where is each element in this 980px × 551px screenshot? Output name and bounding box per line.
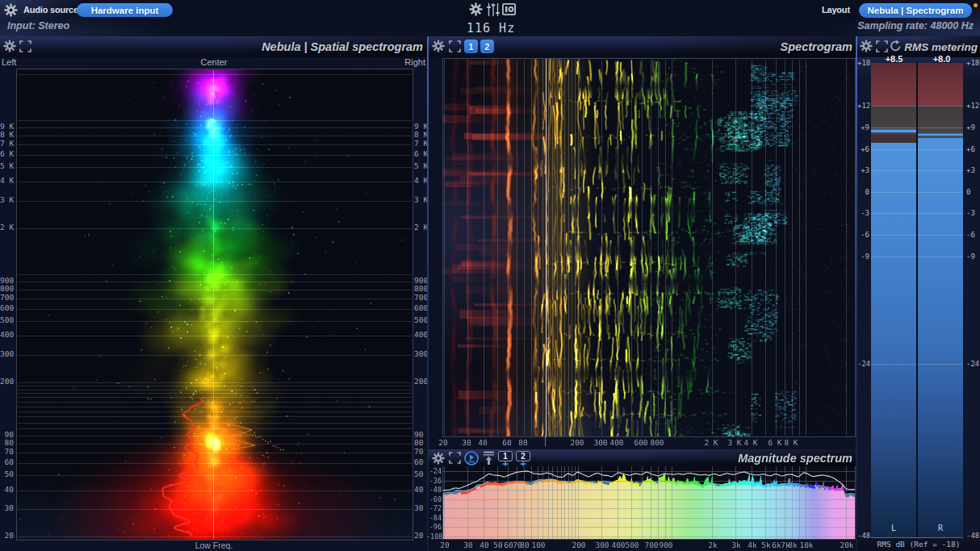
rms-scale-tick: +12 (966, 102, 980, 110)
spectrogram-settings-gear-icon[interactable] (432, 40, 445, 52)
spatial-freq-tick-left: 50 (0, 470, 14, 478)
spectrogram-freq-tick: 800 (644, 439, 670, 447)
rms-reset-icon[interactable] (890, 40, 902, 52)
notification-dot-icon (974, 3, 978, 7)
spatial-left-label: Left (2, 57, 16, 67)
layout-preset-button[interactable]: Nebula | Spectrogram (859, 3, 972, 18)
spectrogram-plot[interactable] (442, 58, 856, 437)
rms-scale-tick: +18 (966, 59, 980, 67)
spatial-settings-gear-icon[interactable] (3, 40, 16, 52)
spatial-freq-tick-left: 2 K (0, 223, 14, 232)
spatial-freq-tick-left: 4 K (0, 177, 14, 185)
spectrogram-slot-2-button[interactable]: 2 (480, 40, 494, 53)
rms-scale-tick: +9 (966, 123, 980, 131)
rms-gridline (918, 127, 963, 128)
spectrogram-freq-tick: 200 (564, 439, 590, 447)
audio-source-label: Audio source (23, 5, 78, 15)
spatial-freq-tick-right: 7 K (414, 140, 428, 148)
hardware-input-button[interactable]: Hardware input (77, 3, 173, 17)
spatial-freq-tick-right: 70 (414, 448, 428, 456)
input-status: Input: Stereo (7, 20, 69, 31)
rms-gridline (918, 213, 963, 214)
rms-gridline (871, 149, 916, 150)
rms-panel-title: RMS metering (904, 41, 978, 53)
spatial-freq-tick-left: 3 K (0, 196, 14, 204)
rms-gridline (871, 257, 916, 257)
rms-scale-tick: -24 (966, 360, 980, 368)
spatial-freq-tick-right: 4 K (414, 177, 428, 185)
spectrum-live-button[interactable]: live (464, 451, 479, 465)
magnitude-spectrum-plot[interactable] (442, 466, 856, 540)
spatial-freq-tick-left: 20 (0, 532, 14, 540)
rms-gridline (918, 170, 963, 171)
rms-settings-gear-icon[interactable] (860, 40, 873, 52)
mixer-sliders-icon[interactable] (487, 2, 500, 17)
spectrum-panel-title: Magnitude spectrum (738, 452, 852, 465)
spectrum-db-tick: -60 (426, 495, 442, 503)
spectrum-freq-tick: 200 (566, 541, 592, 549)
rms-scale-tick: +3 (857, 166, 869, 174)
spectrum-db-tick: -72 (426, 504, 442, 512)
rms-scale-tick: -6 (857, 231, 869, 239)
spectrum-settings-gear-icon[interactable] (432, 452, 445, 465)
spatial-freq-tick-left: 30 (0, 504, 14, 512)
spectrum-db-tick: -36 (426, 477, 442, 485)
spectrogram-fullscreen-icon[interactable] (449, 40, 461, 52)
spectrum-peak-hold-icon[interactable] (483, 451, 495, 465)
rms-scale-tick: -48 (966, 532, 980, 540)
spatial-freq-tick-left: 80 (0, 439, 14, 447)
spectrogram-freq-tick: 80 (510, 439, 536, 447)
input-output-icon[interactable] (502, 3, 516, 15)
spatial-freq-tick-right: 2 K (414, 223, 428, 232)
spatial-bottom-label: Low Freq. (186, 541, 242, 550)
spectrogram-freq-tick: 4 K (738, 439, 764, 447)
rms-marker-line (871, 130, 916, 132)
spatial-freq-tick-right: 300 (414, 350, 428, 358)
spectrum-fullscreen-icon[interactable] (449, 452, 461, 464)
spatial-freq-tick-right: 6 K (414, 150, 428, 158)
spectrum-freq-tick: 2k (700, 541, 726, 549)
spectrogram-panel: 1 2 Spectrogram 203040608020030040060080… (429, 36, 856, 449)
analyzer-gear-icon[interactable] (469, 2, 483, 16)
rms-red-zone (871, 63, 916, 106)
rms-scale-tick: -6 (966, 231, 980, 239)
rms-meter-divider (916, 63, 918, 537)
rms-scale-tick: +3 (966, 166, 980, 174)
spatial-spectrogram-plot[interactable] (16, 69, 413, 541)
rms-meter-r: R (918, 63, 963, 537)
spatial-freq-tick-right: 700 (414, 294, 428, 302)
spatial-freq-tick-left: 700 (0, 294, 14, 302)
rms-meter-baseline (871, 537, 963, 538)
spatial-fullscreen-icon[interactable] (19, 40, 31, 52)
rms-gridline (871, 127, 916, 128)
top-bar: Audio source Hardware input Input: Stere… (0, 0, 980, 36)
spatial-freq-tick-right: 400 (414, 331, 428, 339)
spatial-freq-tick-left: 300 (0, 350, 14, 358)
spectrogram-freq-tick: 40 (470, 439, 496, 447)
svg-text:live: live (468, 460, 475, 464)
rms-scale-tick: +6 (857, 145, 869, 153)
spatial-freq-tick-left: 400 (0, 331, 14, 339)
spectrum-db-tick: -24 (426, 467, 442, 475)
rms-scale-tick: +6 (966, 145, 980, 153)
spectrum-freq-tick: 900 (653, 541, 679, 549)
spatial-freq-tick-left: 600 (0, 304, 14, 312)
spatial-freq-tick-right: 80 (414, 439, 428, 447)
rms-scale-tick: -3 (857, 209, 869, 217)
audio-source-gear-icon[interactable] (4, 3, 18, 17)
spatial-freq-tick-left: 6 K (0, 150, 14, 158)
rms-gridline (918, 235, 963, 236)
rms-gridline (918, 106, 963, 106)
spectrum-db-tick: -108 (426, 532, 442, 541)
rms-channel-label: L (871, 524, 916, 532)
spectrum-freq-tick: 100 (526, 541, 551, 549)
rms-fullscreen-icon[interactable] (876, 40, 888, 52)
spatial-freq-tick-left: 60 (0, 458, 14, 466)
rms-gridline (918, 364, 963, 365)
rms-footer-label: RMS dB (Ref = -18) (857, 540, 980, 549)
spectrogram-slot-1-button[interactable]: 1 (464, 40, 478, 53)
rms-scale-tick: +9 (857, 123, 869, 131)
rms-gridline (871, 364, 916, 365)
spatial-freq-tick-right: 500 (414, 316, 428, 324)
spatial-freq-tick-left: 800 (0, 285, 14, 293)
